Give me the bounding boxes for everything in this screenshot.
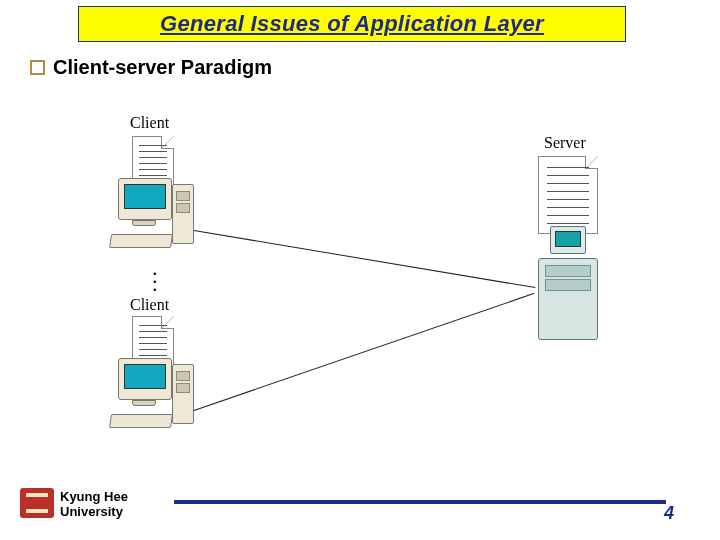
client-pc-bottom bbox=[110, 358, 196, 438]
university-line1: Kyung Hee bbox=[60, 489, 128, 504]
monitor-icon bbox=[118, 178, 172, 220]
footer-rule bbox=[174, 500, 666, 504]
keyboard-icon bbox=[109, 414, 173, 428]
tower-icon bbox=[172, 184, 194, 244]
monitor-icon bbox=[118, 358, 172, 400]
server-icon bbox=[538, 244, 598, 340]
slide: General Issues of Application Layer Clie… bbox=[0, 0, 720, 540]
document-icon bbox=[538, 156, 598, 234]
title-bar: General Issues of Application Layer bbox=[78, 6, 626, 42]
bullet-row: Client-server Paradigm bbox=[30, 56, 272, 79]
footer: Kyung Hee University 4 bbox=[14, 482, 706, 522]
bullet-text: Client-server Paradigm bbox=[53, 56, 272, 79]
slide-title: General Issues of Application Layer bbox=[160, 11, 544, 37]
university-logo-icon bbox=[20, 488, 54, 518]
page-number: 4 bbox=[664, 503, 674, 524]
client-label-bottom: Client bbox=[130, 296, 169, 314]
client-label-top: Client bbox=[130, 114, 169, 132]
keyboard-icon bbox=[109, 234, 173, 248]
university-name: Kyung Hee University bbox=[60, 490, 128, 520]
client-pc-top bbox=[110, 178, 196, 258]
client-server-diagram: Client ··· Client Server bbox=[90, 120, 630, 440]
link-line-top bbox=[194, 230, 535, 288]
university-line2: University bbox=[60, 504, 123, 519]
tower-icon bbox=[172, 364, 194, 424]
link-line-bottom bbox=[194, 293, 535, 411]
server-label: Server bbox=[544, 134, 586, 152]
ellipsis-icon: ··· bbox=[152, 270, 158, 294]
bullet-icon bbox=[30, 60, 45, 75]
